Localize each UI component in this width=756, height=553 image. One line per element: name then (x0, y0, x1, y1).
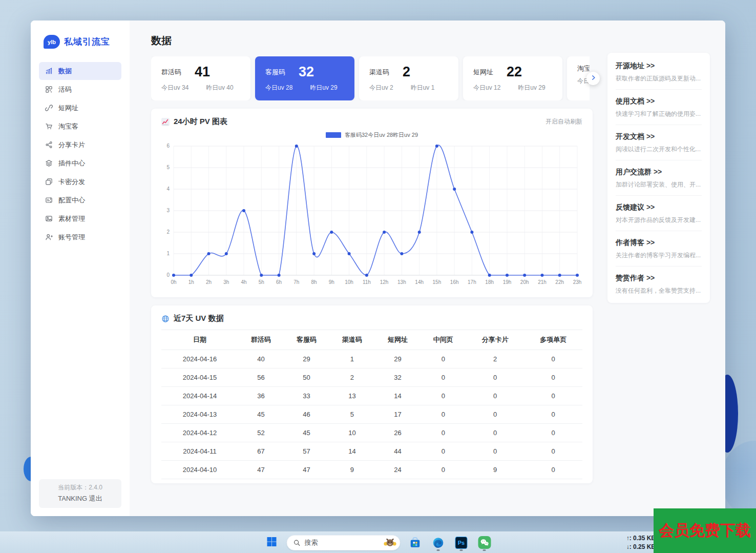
svg-text:1: 1 (166, 251, 170, 256)
svg-text:2: 2 (166, 229, 170, 235)
table-cell: 29 (284, 350, 329, 368)
stat-card-qunhuoma[interactable]: 群活码41今日uv 34昨日uv 40 (151, 56, 250, 100)
taskbar-center-icons: 搜索 Ps (264, 532, 493, 553)
help-link-item[interactable]: 赞赏作者 >>没有任何盈利，全靠赞赏支持... (616, 267, 702, 301)
svg-text:11h: 11h (363, 279, 371, 285)
photoshop-taskbar-button[interactable]: Ps (453, 534, 470, 551)
help-link-item[interactable]: 开源地址 >>获取作者的正版源码及更新动... (616, 54, 702, 90)
uv-table-header: 近7天 UV 数据 (161, 314, 582, 323)
table-cell: 29 (375, 350, 421, 368)
qr-icon (45, 86, 53, 93)
stat-card-value: 41 (195, 64, 210, 80)
table-row: 2024-04-104747924090 (161, 461, 582, 479)
help-link-item[interactable]: 用户交流群 >>加群讨论部署安装、使用、开... (616, 160, 702, 196)
account-name: TANKING (58, 495, 87, 502)
table-cell: 57 (284, 442, 329, 461)
legend-label: 客服码32今日uv 28昨日uv 29 (345, 131, 418, 139)
stat-card-label: 客服码 (265, 68, 285, 77)
table-cell: 45 (284, 424, 329, 442)
stat-card-value: 22 (507, 64, 522, 80)
chart-bars-icon (45, 67, 53, 75)
stat-card-yesterday-uv: 昨日uv 29 (310, 84, 337, 92)
table-cell: 0 (421, 442, 466, 461)
sidebar-item-cart[interactable]: 淘宝客 (39, 117, 121, 135)
help-link-title: 赞赏作者 >> (616, 274, 702, 283)
version-box: 当前版本：2.4.0 TANKING 退出 (39, 479, 121, 508)
table-cell: 67 (238, 442, 284, 461)
uv-column-header: 分享卡片 (466, 330, 524, 350)
svg-text:21h: 21h (538, 279, 547, 285)
help-link-description: 快速学习和了解正确的使用姿... (616, 110, 702, 118)
sidebar-item-qr[interactable]: 活码 (39, 80, 121, 98)
help-link-title: 作者博客 >> (616, 238, 702, 248)
svg-text:4h: 4h (241, 279, 246, 285)
photoshop-icon: Ps (455, 537, 468, 549)
help-link-item[interactable]: 作者博客 >>关注作者的博客学习开发编程... (616, 231, 702, 267)
table-cell: 0 (524, 405, 582, 424)
svg-text:15h: 15h (433, 279, 442, 285)
stat-card-value: 32 (299, 64, 314, 80)
sidebar-menu: 数据活码短网址淘宝客分享卡片插件中心卡密分发配置中心素材管理账号管理 (31, 62, 130, 479)
table-cell: 5 (329, 405, 375, 424)
svg-text:22h: 22h (555, 279, 564, 285)
sidebar-item-user-plus[interactable]: 账号管理 (39, 228, 121, 246)
table-cell: 0 (524, 368, 582, 387)
running-indicator-dot (483, 549, 486, 551)
table-cell: 0 (466, 424, 524, 442)
pv-chart-header: 24小时 PV 图表 开启自动刷新 (161, 117, 582, 127)
search-mascot-icon (383, 537, 397, 549)
ms-store-taskbar-button[interactable] (407, 534, 424, 551)
table-cell: 50 (284, 368, 329, 387)
uv-column-header: 日期 (161, 330, 238, 350)
main-column: 数据 群活码41今日uv 34昨日uv 40客服码32今日uv 28昨日uv 2… (151, 34, 593, 483)
edge-taskbar-button[interactable] (430, 534, 447, 551)
sidebar-item-image[interactable]: 素材管理 (39, 210, 121, 228)
table-cell: 0 (524, 350, 582, 368)
help-link-item[interactable]: 使用文档 >>快速学习和了解正确的使用姿... (616, 90, 702, 125)
sidebar-item-config[interactable]: 配置中心 (39, 191, 121, 209)
help-link-title: 使用文档 >> (616, 97, 702, 106)
table-cell: 0 (466, 405, 524, 424)
table-cell: 10 (329, 424, 375, 442)
table-cell: 33 (284, 387, 329, 405)
promo-banner[interactable]: 会员免费下载 (654, 508, 756, 553)
help-link-title: 开发文档 >> (616, 132, 702, 141)
sidebar-item-link[interactable]: 短网址 (39, 99, 121, 117)
desktop-wallpaper: ylb 私域引流宝 数据活码短网址淘宝客分享卡片插件中心卡密分发配置中心素材管理… (0, 0, 756, 553)
table-cell: 47 (284, 461, 329, 479)
help-link-item[interactable]: 反馈建议 >>对本开源作品的反馈及开发建... (616, 196, 702, 231)
help-link-description: 加群讨论部署安装、使用、开... (616, 180, 702, 189)
carousel-next-button[interactable] (586, 72, 600, 85)
table-row: 2024-04-134546517000 (161, 405, 582, 424)
sidebar-item-layers[interactable]: 插件中心 (39, 154, 121, 172)
table-cell: 9 (466, 461, 524, 479)
stat-card-today-uv: 今日uv 34 (161, 84, 188, 92)
wechat-taskbar-button[interactable] (476, 534, 493, 551)
table-row: 2024-04-164029129020 (161, 350, 582, 368)
uv-column-header: 渠道码 (329, 330, 375, 350)
globe-icon (161, 315, 170, 323)
table-row: 2024-04-1436331314000 (161, 387, 582, 405)
table-cell: 2024-04-12 (161, 424, 238, 442)
table-cell: 2024-04-11 (161, 442, 238, 461)
uv-column-header: 中间页 (421, 330, 466, 350)
start-button[interactable] (264, 534, 280, 551)
stat-card-kefuma[interactable]: 客服码32今日uv 28昨日uv 29 (255, 56, 354, 100)
sidebar-item-chart-bars[interactable]: 数据 (39, 62, 121, 80)
version-label: 当前版本：2.4.0 (39, 483, 121, 492)
help-link-item[interactable]: 开发文档 >>阅读以进行二次开发和个性化... (616, 125, 702, 160)
logout-button[interactable]: 退出 (89, 495, 102, 502)
sidebar-item-label: 账号管理 (58, 233, 85, 242)
table-cell: 0 (421, 387, 466, 405)
sidebar-item-share[interactable]: 分享卡片 (39, 136, 121, 154)
table-cell: 46 (284, 405, 329, 424)
stat-card-duanwangzhi[interactable]: 短网址22今日uv 12昨日uv 29 (463, 56, 562, 100)
table-row: 2024-04-1167571444000 (161, 442, 582, 461)
table-cell: 0 (524, 387, 582, 405)
sidebar-item-label: 短网址 (58, 104, 78, 113)
stat-card-qudaoma[interactable]: 渠道码2今日uv 2昨日uv 1 (359, 56, 458, 100)
sidebar-item-copy[interactable]: 卡密分发 (39, 173, 121, 191)
taskbar-search[interactable]: 搜索 (287, 535, 401, 550)
table-cell: 13 (329, 387, 375, 405)
auto-refresh-toggle[interactable]: 开启自动刷新 (545, 117, 582, 126)
